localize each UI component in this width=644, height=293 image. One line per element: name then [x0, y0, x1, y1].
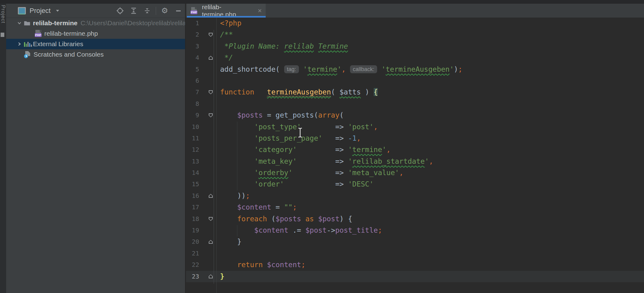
parameter-hint-chip: tag: — [284, 65, 299, 73]
fold-gutter — [199, 75, 220, 86]
fold-gutter — [199, 202, 220, 213]
fold-gutter — [199, 133, 220, 144]
code-line[interactable]: 23} — [186, 271, 644, 282]
line-number[interactable]: 19 — [186, 225, 199, 236]
code-line[interactable]: 7function termineAusgeben( $atts ) { — [186, 86, 644, 98]
locate-icon[interactable] — [116, 7, 124, 15]
line-number[interactable]: 14 — [186, 167, 199, 179]
fold-gutter — [199, 86, 220, 98]
tool-window-stripe-icon[interactable] — [1, 33, 4, 37]
line-number[interactable]: 3 — [186, 41, 199, 52]
code-line[interactable]: 8 — [186, 98, 644, 110]
code-line[interactable]: 6 — [186, 75, 644, 86]
line-number[interactable]: 21 — [186, 248, 199, 259]
tree-item-php-file[interactable]: PHP relilab-termine.php — [6, 28, 185, 39]
tree-item-label: relilab-termine.php — [44, 30, 98, 37]
fold-gutter — [199, 110, 220, 121]
fold-gutter — [199, 213, 220, 225]
tab-relilab-termine-php[interactable]: PHP relilab-termine.php ✕ — [187, 4, 266, 18]
line-number[interactable]: 9 — [186, 110, 199, 121]
fold-end-icon[interactable] — [209, 194, 213, 198]
tree-item-project-root[interactable]: relilab-termine C:\Users\Daniel\Desktop\… — [6, 18, 185, 28]
code-line[interactable]: 13 'meta_key' => 'relilab_startdate', — [186, 156, 644, 167]
code-line[interactable]: 11 'posts_per_page' => -1, — [186, 133, 644, 144]
fold-end-icon[interactable] — [209, 240, 213, 244]
tree-item-scratches[interactable]: Scratches and Consoles — [6, 49, 185, 60]
line-number[interactable]: 17 — [186, 202, 199, 213]
fold-end-icon[interactable] — [209, 56, 213, 60]
code-lines: 1<?php2/**3 *Plugin Name: relilab Termin… — [186, 18, 644, 282]
fold-collapse-icon[interactable] — [209, 33, 213, 37]
code-text: function termineAusgeben( $atts ) { — [220, 86, 378, 98]
code-line[interactable]: 10 'post_type' => 'post', — [186, 121, 644, 133]
code-line[interactable]: 12 'category' => 'termine', — [186, 144, 644, 155]
chevron-down-icon[interactable] — [16, 20, 23, 26]
code-line[interactable]: 16 )); — [186, 190, 644, 202]
editor-tab-bar: PHP relilab-termine.php ✕ — [186, 4, 644, 18]
line-number[interactable]: 4 — [186, 52, 199, 63]
line-number[interactable]: 7 — [186, 86, 199, 98]
expand-all-icon[interactable] — [130, 7, 138, 15]
chevron-right-icon[interactable] — [16, 41, 23, 47]
code-line[interactable]: 14 'orderby' => 'meta_value', — [186, 167, 644, 179]
settings-gear-icon[interactable]: ⚙ — [161, 7, 169, 15]
line-number[interactable]: 1 — [186, 18, 199, 29]
code-line[interactable]: 21 — [186, 248, 644, 259]
code-line[interactable]: 3 *Plugin Name: relilab Termine — [186, 41, 644, 52]
fold-end-icon[interactable] — [209, 275, 213, 279]
close-icon[interactable]: ✕ — [258, 8, 262, 14]
code-line[interactable]: 18 foreach ($posts as $post) { — [186, 213, 644, 225]
stripe-project-label[interactable]: Project — [0, 5, 6, 23]
code-line[interactable]: 15 'order' => 'DESC' — [186, 179, 644, 190]
line-number[interactable]: 18 — [186, 213, 199, 225]
line-number[interactable]: 15 — [186, 179, 199, 190]
scratches-icon — [24, 51, 31, 58]
fold-gutter — [199, 121, 220, 133]
code-line[interactable]: 9 $posts = get_posts(array( — [186, 110, 644, 121]
fold-collapse-icon[interactable] — [209, 90, 213, 94]
tree-item-label: Scratches and Consoles — [34, 51, 104, 58]
code-line[interactable]: 2/** — [186, 29, 644, 40]
code-text: */ — [220, 52, 233, 63]
line-number[interactable]: 23 — [186, 271, 199, 282]
project-panel-title[interactable]: Project — [30, 7, 50, 15]
phpstorm-window: Project Project — [0, 0, 644, 293]
fold-gutter — [199, 167, 220, 179]
line-number[interactable]: 12 — [186, 144, 199, 155]
line-number[interactable]: 20 — [186, 236, 199, 247]
tree-item-external-libraries[interactable]: External Libraries — [6, 39, 185, 49]
line-number[interactable]: 13 — [186, 156, 199, 167]
code-line[interactable]: 1<?php — [186, 18, 644, 29]
code-text: foreach ($posts as $post) { — [220, 213, 352, 225]
code-line[interactable]: 4 */ — [186, 52, 644, 63]
fold-gutter — [199, 64, 220, 75]
line-number[interactable]: 11 — [186, 133, 199, 144]
line-number[interactable]: 16 — [186, 190, 199, 202]
code-line[interactable]: 19 $content .= $post->post_title; — [186, 225, 644, 236]
fold-gutter — [199, 225, 220, 236]
fold-gutter — [199, 29, 220, 40]
project-panel-header: Project — [6, 4, 185, 18]
code-text: 'meta_key' => 'relilab_startdate', — [220, 156, 433, 167]
code-text: } — [220, 236, 241, 247]
code-text: 'post_type' => 'post', — [220, 121, 378, 133]
code-line[interactable]: 22 return $content; — [186, 259, 644, 271]
fold-gutter — [199, 259, 220, 271]
line-number[interactable]: 8 — [186, 98, 199, 110]
line-number[interactable]: 22 — [186, 259, 199, 271]
collapse-all-icon[interactable] — [143, 7, 151, 15]
fold-collapse-icon[interactable] — [209, 113, 213, 117]
code-line[interactable]: 20 } — [186, 236, 644, 247]
line-number[interactable]: 2 — [186, 29, 199, 40]
fold-gutter — [199, 41, 220, 52]
code-line[interactable]: 5add_shortcode( tag: 'termine', callback… — [186, 64, 644, 75]
chevron-down-icon[interactable] — [55, 8, 60, 14]
code-editor[interactable]: 1<?php2/**3 *Plugin Name: relilab Termin… — [186, 18, 644, 293]
code-text: 'posts_per_page' => -1, — [220, 133, 361, 144]
line-number[interactable]: 6 — [186, 75, 199, 86]
code-line[interactable]: 17 $content = ""; — [186, 202, 644, 213]
line-number[interactable]: 10 — [186, 121, 199, 133]
hide-panel-icon[interactable] — [174, 7, 182, 15]
line-number[interactable]: 5 — [186, 64, 199, 75]
fold-collapse-icon[interactable] — [209, 217, 213, 221]
